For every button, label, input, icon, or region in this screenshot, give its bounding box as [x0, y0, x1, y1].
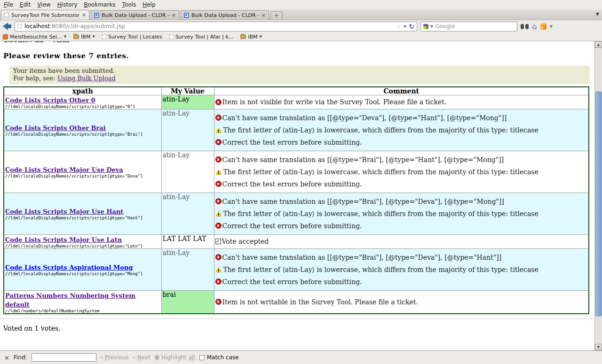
- table-row: Code Lists Scripts Other Brai//ldml/loca…: [4, 109, 589, 151]
- comment-text: Can't have same translation as [[@type="…: [222, 156, 504, 163]
- check-icon: ✓: [215, 239, 221, 244]
- xpath-link[interactable]: Patterns Numbers Numbering System defaul…: [5, 292, 135, 308]
- address-bar[interactable]: localhost:8080/cldr-apps/submit.jsp ☆ ▼ …: [15, 22, 417, 31]
- new-tab-button[interactable]: +: [270, 11, 283, 20]
- find-input[interactable]: [32, 353, 96, 362]
- tab-close-icon[interactable]: ×: [261, 13, 266, 18]
- page-content: Locale: aa - 'Afar' Please review these …: [0, 41, 602, 350]
- menu-file[interactable]: File: [1, 0, 17, 9]
- tab-close-icon[interactable]: ×: [82, 13, 86, 17]
- feed-icon[interactable]: [540, 23, 547, 30]
- checkbox-icon[interactable]: [199, 355, 205, 360]
- review-table: xpath My Value Comment Code Lists Script…: [3, 86, 589, 314]
- search-engine-dropdown-icon[interactable]: ▼: [430, 24, 433, 29]
- comment-text: Correct the test errors before submittin…: [222, 222, 362, 230]
- vertical-scrollbar[interactable]: ▲ ▼: [594, 41, 602, 350]
- xpath-link[interactable]: Code Lists Scripts Major Use Deva: [5, 166, 123, 173]
- xpath-link[interactable]: Code Lists Scripts Other 0: [5, 97, 95, 104]
- comment-text: The first letter of ⟨atin-Lay⟩ is lowerc…: [223, 126, 539, 134]
- find-previous-button[interactable]: ‹ Previous: [101, 354, 129, 361]
- error-icon: x: [215, 139, 222, 145]
- bookmark-most-visited[interactable]: Meistbesuchte Sei... ▼: [3, 34, 66, 40]
- notice-line1: Your items have been submitted.: [13, 67, 586, 75]
- tab-close-icon[interactable]: ×: [172, 13, 176, 18]
- list-all-tabs-icon[interactable]: ▼: [596, 12, 599, 16]
- navigation-bar: localhost:8080/cldr-apps/submit.jsp ☆ ▼ …: [0, 20, 602, 32]
- close-icon[interactable]: ×: [4, 354, 9, 361]
- match-case-checkbox[interactable]: Match case: [199, 354, 239, 361]
- xpath-string: //ldml/localeDisplayNames/scripts/script…: [5, 104, 160, 109]
- warning-icon: [215, 211, 222, 217]
- xpath-cell: Code Lists Scripts Other Brai//ldml/loca…: [4, 109, 161, 151]
- xpath-string: //ldml/localeDisplayNames/scripts/script…: [5, 132, 160, 137]
- using-bulk-upload-link[interactable]: Using Bulk Upload: [57, 75, 116, 82]
- comment-text: Correct the test errors before submittin…: [222, 180, 362, 188]
- reload-icon[interactable]: ↻: [409, 23, 414, 30]
- comment-text: Correct the test errors before submittin…: [222, 139, 362, 146]
- tab-bulk-upload-1[interactable]: Bulk Data Upload - CLDR - Un... ×: [91, 10, 179, 20]
- url-text[interactable]: localhost:8080/cldr-apps/submit.jsp: [24, 23, 393, 30]
- warning-icon: [215, 267, 222, 272]
- menu-edit[interactable]: Edit: [17, 0, 34, 9]
- chevron-left-icon: ‹: [101, 355, 103, 360]
- error-icon: x: [215, 198, 222, 204]
- my-value-cell: LAT LAT LAT: [161, 234, 214, 248]
- tab-surveytool[interactable]: SurveyTool File Submission | ... ×: [1, 10, 89, 20]
- comment-cell: ✓Vote accepted: [214, 234, 589, 248]
- error-icon: x: [215, 156, 222, 163]
- tab-title: Bulk Data Upload - CLDR - Un...: [191, 12, 259, 18]
- clipped-locale-heading: Locale: aa - 'Afar': [0, 41, 594, 45]
- highlighter-icon: [154, 354, 160, 361]
- my-value-cell: atin-Lay: [161, 248, 214, 290]
- comment-item: xCorrect the test errors before submitti…: [215, 180, 588, 188]
- menu-help[interactable]: Help: [140, 0, 159, 9]
- tab-bulk-upload-2[interactable]: Bulk Data Upload - CLDR - Un... ×: [181, 10, 269, 20]
- xpath-cell: Code Lists Scripts Major Use Hant//ldml/…: [4, 193, 161, 234]
- comment-text: Item is not visible for write via the Su…: [222, 98, 447, 106]
- highlight-all-button[interactable]: Highlight all: [155, 354, 195, 361]
- home-icon[interactable]: ⌂: [532, 23, 537, 31]
- error-icon: x: [215, 279, 222, 285]
- page-icon: [102, 35, 106, 39]
- menu-history[interactable]: History: [55, 0, 81, 9]
- table-row: Code Lists Scripts Other 0//ldml/localeD…: [4, 95, 589, 109]
- menu-view[interactable]: View: [34, 0, 54, 9]
- cldr-favicon-icon: [94, 13, 99, 18]
- bookmark-star-icon[interactable]: ☆: [396, 23, 401, 30]
- back-button[interactable]: [3, 23, 11, 30]
- bookmark-folder-ibm-2[interactable]: IBM ▼: [240, 34, 262, 40]
- toolbar-overflow-icon[interactable]: ▼: [550, 24, 553, 29]
- notice-line2: For help, see: Using Bulk Upload: [13, 75, 586, 82]
- menu-tools[interactable]: Tools: [119, 0, 140, 9]
- bookmark-survey-tool-afar[interactable]: Survey Tool | Afar | k...: [169, 34, 234, 40]
- bookmark-folder-ibm-1[interactable]: IBM ▼: [73, 34, 95, 40]
- comment-text: Can't have same translation as [[@type="…: [222, 254, 502, 261]
- menu-bookmarks[interactable]: Bookmarks: [81, 0, 119, 9]
- find-binoculars-icon[interactable]: [521, 24, 529, 29]
- scroll-down-icon[interactable]: ▼: [595, 344, 602, 350]
- xpath-cell: Code Lists Scripts Other 0//ldml/localeD…: [4, 95, 161, 109]
- scroll-up-icon[interactable]: ▲: [595, 41, 602, 48]
- xpath-link[interactable]: Code Lists Scripts Other Brai: [5, 124, 106, 132]
- search-box[interactable]: ▼ Google: [420, 22, 517, 31]
- error-icon: x: [215, 99, 222, 105]
- comment-item: xCorrect the test errors before submitti…: [215, 278, 588, 286]
- comment-item: The first letter of ⟨atin-Lay⟩ is lowerc…: [215, 266, 588, 273]
- scrollbar-thumb[interactable]: [595, 92, 602, 316]
- find-label: Find:: [14, 354, 27, 361]
- comment-cell: xCan't have same translation as [[@type=…: [214, 151, 589, 193]
- urlbar-dropdown-icon[interactable]: ▼: [404, 24, 406, 29]
- my-value-cell: atin-Lay: [161, 151, 214, 193]
- xpath-link[interactable]: Code Lists Scripts Aspirational Mong: [5, 264, 133, 271]
- find-next-button[interactable]: › Next: [133, 354, 150, 361]
- my-value-cell: brai: [161, 290, 214, 314]
- xpath-link[interactable]: Code Lists Scripts Major Use Hant: [5, 208, 123, 215]
- vote-count-text: Voted on 1 votes.: [3, 325, 594, 332]
- table-row: Code Lists Scripts Major Use Latn//ldml/…: [4, 234, 589, 248]
- comment-cell: xCan't have same translation as [[@type=…: [214, 109, 589, 151]
- column-header-my-value: My Value: [161, 87, 214, 95]
- xpath-link[interactable]: Code Lists Scripts Major Use Latn: [5, 236, 122, 243]
- google-icon[interactable]: [423, 24, 428, 29]
- back-arrow-icon: [3, 23, 8, 30]
- bookmark-survey-tool-locales[interactable]: Survey Tool | Locales: [102, 34, 162, 40]
